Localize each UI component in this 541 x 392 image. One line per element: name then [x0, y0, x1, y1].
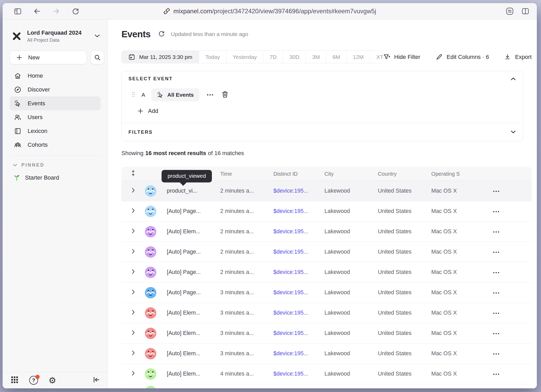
- sidebar-item-lexicon[interactable]: Lexicon: [10, 124, 101, 138]
- expand-row-icon[interactable]: [132, 350, 135, 357]
- distinct-id-link[interactable]: $device:195...: [273, 208, 324, 215]
- range-12m-button[interactable]: 12M: [346, 51, 370, 63]
- distinct-id-link[interactable]: $device:195...: [273, 330, 324, 336]
- reload-icon[interactable]: [70, 5, 81, 17]
- row-menu-icon[interactable]: [493, 249, 500, 255]
- table-row[interactable]: [Auto] Page... 2 minutes a... $device:19…: [121, 242, 532, 262]
- range-7d-button[interactable]: 7D: [263, 51, 283, 63]
- sidebar-item-events[interactable]: Events: [10, 96, 101, 110]
- expand-row-icon[interactable]: [132, 208, 135, 215]
- pinned-section-header[interactable]: PINNED: [10, 162, 101, 168]
- sidebar-item-cohorts[interactable]: Cohorts: [10, 138, 101, 152]
- event-name[interactable]: [Auto] Elem...: [167, 350, 220, 357]
- new-button[interactable]: New: [10, 51, 87, 64]
- column-header-os[interactable]: Operating S: [431, 171, 493, 177]
- row-menu-icon[interactable]: [493, 228, 500, 235]
- collapse-section-icon[interactable]: [511, 77, 516, 82]
- sidebar-item-discover[interactable]: Discover: [10, 83, 101, 96]
- event-name[interactable]: [Auto] Page...: [167, 249, 220, 255]
- event-name[interactable]: [Auto] Page...: [167, 289, 220, 296]
- table-row[interactable]: [Auto] Page... 2 minutes a... $device:19…: [121, 201, 532, 222]
- event-name[interactable]: [Auto] Page...: [167, 269, 220, 275]
- column-header-time[interactable]: Time: [220, 171, 273, 177]
- distinct-id-link[interactable]: $device:195...: [273, 350, 324, 357]
- table-row[interactable]: [Auto] Elem... 3 minutes a... $device:19…: [121, 303, 532, 323]
- drag-handle-icon[interactable]: [132, 91, 135, 99]
- column-header-distinct-id[interactable]: Distinct ID: [273, 171, 324, 177]
- browser-sidebar-toggle-icon[interactable]: [12, 5, 23, 17]
- expand-row-icon[interactable]: [132, 330, 135, 337]
- row-menu-icon[interactable]: [493, 350, 500, 357]
- gear-icon[interactable]: ⚙: [48, 376, 56, 385]
- event-name[interactable]: [Auto] Elem...: [167, 228, 220, 235]
- search-button[interactable]: [91, 51, 104, 64]
- range-6m-button[interactable]: 6M: [326, 51, 346, 63]
- table-row[interactable]: [Auto] Elem... 4 minutes a... $device:19…: [121, 364, 532, 384]
- split-view-icon[interactable]: [521, 7, 530, 15]
- sidebar: Lord Farquaad 2024 All Project Data New: [3, 20, 108, 388]
- distinct-id-link[interactable]: $device:195...: [273, 289, 324, 296]
- distinct-id-link[interactable]: $device:195...: [273, 228, 324, 235]
- apps-grid-icon[interactable]: [10, 376, 19, 385]
- range-xtd-button[interactable]: XTD: [370, 51, 383, 63]
- table-row[interactable]: [Auto] Elem... 3 minutes a... $device:19…: [121, 323, 532, 344]
- refresh-icon[interactable]: [158, 30, 165, 38]
- range-today-button[interactable]: Today: [199, 51, 226, 63]
- help-button[interactable]: ?: [29, 376, 38, 385]
- range-3m-button[interactable]: 3M: [306, 51, 326, 63]
- row-menu-icon[interactable]: [493, 310, 500, 316]
- row-menu-icon[interactable]: [493, 289, 500, 296]
- event-more-icon[interactable]: [207, 93, 213, 97]
- sidebar-item-starter-board[interactable]: Starter Board: [10, 174, 101, 181]
- distinct-id-link[interactable]: $device:195...: [273, 188, 324, 194]
- expand-filters-icon[interactable]: [511, 130, 516, 134]
- expand-row-icon[interactable]: [132, 269, 135, 276]
- back-icon[interactable]: [31, 5, 43, 17]
- event-name[interactable]: [Auto] Elem...: [167, 310, 220, 316]
- hide-filter-button[interactable]: Hide Filter: [383, 53, 420, 61]
- range-30d-button[interactable]: 30D: [283, 51, 306, 63]
- expand-row-icon[interactable]: [132, 187, 135, 195]
- edit-columns-button[interactable]: Edit Columns · 6: [435, 53, 489, 61]
- table-row[interactable]: [Auto] Page... 2 minutes a... $device:19…: [121, 262, 532, 283]
- event-step-letter: A: [142, 92, 145, 98]
- expand-row-icon[interactable]: [132, 289, 135, 296]
- distinct-id-link[interactable]: $device:195...: [273, 249, 324, 255]
- event-name[interactable]: [Auto] Elem...: [167, 371, 220, 377]
- event-selector-chip[interactable]: All Events: [151, 88, 199, 101]
- expand-row-icon[interactable]: [132, 228, 135, 235]
- column-header-city[interactable]: City: [324, 171, 378, 177]
- page-settings-icon[interactable]: [506, 7, 514, 15]
- row-menu-icon[interactable]: [493, 269, 500, 275]
- date-picker-button[interactable]: Mar 11, 2025 3:30 pm: [122, 51, 199, 63]
- collapse-all-rows-icon[interactable]: [131, 169, 136, 178]
- trash-icon[interactable]: [221, 91, 229, 99]
- distinct-id-link[interactable]: $device:195...: [273, 310, 324, 316]
- table-row[interactable]: [Auto] Elem... 3 minutes a... $device:19…: [121, 344, 532, 364]
- row-menu-icon[interactable]: [493, 208, 500, 215]
- project-switcher[interactable]: Lord Farquaad 2024 All Project Data: [12, 29, 100, 43]
- address-bar[interactable]: mixpanel.com/project/3472420/view/397469…: [163, 8, 376, 15]
- collapse-sidebar-icon[interactable]: [93, 376, 100, 385]
- export-button[interactable]: Export: [504, 53, 532, 60]
- distinct-id-link[interactable]: $device:195...: [273, 269, 324, 275]
- row-menu-icon[interactable]: [493, 330, 500, 336]
- expand-row-icon[interactable]: [132, 309, 135, 317]
- expand-row-icon[interactable]: [132, 248, 135, 256]
- table-row[interactable]: [Auto] Page... 3 minutes a... $device:19…: [121, 283, 532, 303]
- event-name[interactable]: [Auto] Page...: [167, 208, 220, 215]
- row-menu-icon[interactable]: [493, 188, 500, 194]
- table-row[interactable]: [Auto] Elem... 2 minutes a... $device:19…: [121, 222, 532, 242]
- event-country: United States: [378, 249, 431, 255]
- sidebar-item-home[interactable]: Home: [10, 69, 101, 83]
- table-row[interactable]: [121, 384, 532, 388]
- sidebar-item-users[interactable]: Users: [10, 110, 101, 124]
- row-menu-icon[interactable]: [493, 371, 500, 377]
- column-header-country[interactable]: Country: [378, 171, 431, 177]
- expand-row-icon[interactable]: [132, 370, 135, 378]
- event-name[interactable]: [Auto] Elem...: [167, 330, 220, 336]
- distinct-id-link[interactable]: $device:195...: [273, 371, 324, 377]
- event-name[interactable]: product_vi...: [167, 188, 220, 194]
- range-yesterday-button[interactable]: Yesterday: [226, 51, 263, 63]
- add-event-button[interactable]: Add: [137, 108, 158, 114]
